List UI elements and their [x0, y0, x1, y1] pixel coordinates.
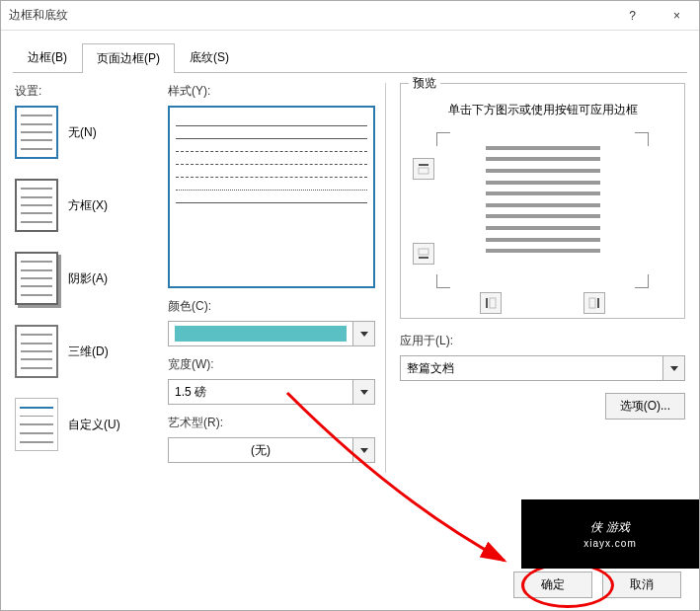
tab-page-borders[interactable]: 页面边框(P) [82, 43, 175, 73]
style-label: 样式(Y): [168, 83, 375, 100]
apply-to-dropdown-button[interactable] [662, 356, 684, 380]
svg-rect-6 [597, 298, 599, 308]
preset-box-icon [15, 179, 58, 232]
style-option[interactable] [176, 164, 367, 165]
style-option[interactable] [176, 190, 367, 191]
preset-custom-icon [15, 398, 58, 451]
watermark-text: 侠 游戏 [590, 519, 629, 536]
preview-canvas [411, 130, 674, 308]
color-combo[interactable] [168, 321, 375, 346]
border-right-toggle[interactable] [583, 292, 605, 314]
svg-rect-3 [419, 249, 428, 255]
ok-button[interactable]: 确定 [513, 572, 592, 598]
style-column: 样式(Y): 颜色(C): 宽度(W) [168, 83, 375, 473]
preset-custom-label: 自定义(U) [68, 417, 120, 433]
apply-to-combo[interactable]: 整篇文档 [400, 355, 685, 381]
preset-box-label: 方框(X) [68, 197, 108, 214]
close-icon: × [673, 9, 680, 23]
close-button[interactable]: × [655, 1, 699, 31]
color-label: 颜色(C): [168, 298, 375, 315]
preset-none[interactable]: 无(N) [15, 106, 158, 159]
svg-rect-1 [419, 168, 428, 174]
art-value: (无) [251, 442, 271, 459]
cancel-button[interactable]: 取消 [602, 572, 681, 598]
color-dropdown-button[interactable] [352, 322, 374, 345]
chevron-down-icon [360, 390, 368, 395]
preset-3d-label: 三维(D) [68, 344, 109, 360]
svg-rect-0 [419, 164, 428, 166]
color-swatch [175, 326, 347, 342]
apply-to-label: 应用于(L): [400, 333, 685, 349]
preview-page[interactable] [474, 130, 612, 268]
apply-to-value: 整篇文档 [407, 360, 454, 377]
style-option[interactable] [176, 151, 367, 152]
dialog-footer: 确定 取消 [513, 572, 681, 598]
svg-rect-2 [419, 257, 428, 259]
corner-marker [436, 132, 450, 146]
preview-fieldset: 预览 单击下方图示或使用按钮可应用边框 [400, 83, 685, 319]
art-label: 艺术型(R): [168, 415, 375, 431]
title-bar: 边框和底纹 ? × [1, 1, 699, 31]
width-value: 1.5 磅 [175, 384, 206, 401]
borders-shading-dialog: 边框和底纹 ? × 边框(B) 页面边框(P) 底纹(S) 设置: 无(N) 方… [0, 0, 700, 611]
corner-marker [436, 274, 450, 288]
options-button[interactable]: 选项(O)... [605, 393, 685, 420]
settings-column: 设置: 无(N) 方框(X) 阴影(A) [15, 83, 158, 473]
width-combo[interactable]: 1.5 磅 [168, 379, 375, 405]
tab-borders[interactable]: 边框(B) [13, 42, 82, 72]
width-label: 宽度(W): [168, 356, 375, 373]
border-bottom-toggle[interactable] [413, 243, 434, 265]
preset-box[interactable]: 方框(X) [15, 179, 158, 232]
preview-column: 预览 单击下方图示或使用按钮可应用边框 [385, 83, 685, 473]
preset-shadow[interactable]: 阴影(A) [15, 252, 158, 305]
art-combo[interactable]: (无) [168, 437, 375, 463]
watermark: 侠 游戏 xiayx.com [521, 499, 699, 569]
dialog-title: 边框和底纹 [9, 7, 610, 24]
tab-strip: 边框(B) 页面边框(P) 底纹(S) [1, 31, 699, 72]
preset-3d[interactable]: 三维(D) [15, 325, 158, 378]
svg-rect-4 [486, 298, 488, 308]
border-left-toggle[interactable] [480, 292, 502, 314]
preset-custom[interactable]: 自定义(U) [15, 398, 158, 451]
svg-rect-7 [589, 298, 595, 308]
help-button[interactable]: ? [610, 1, 655, 31]
border-top-toggle[interactable] [413, 158, 434, 180]
preset-shadow-label: 阴影(A) [68, 270, 108, 287]
chevron-down-icon [670, 366, 678, 371]
style-option[interactable] [176, 202, 367, 203]
style-option[interactable] [176, 177, 367, 178]
corner-marker [635, 274, 649, 288]
tab-shading[interactable]: 底纹(S) [175, 42, 244, 72]
preview-legend: 预览 [409, 75, 440, 92]
style-option[interactable] [176, 125, 367, 126]
help-icon: ? [629, 9, 636, 23]
width-dropdown-button[interactable] [352, 380, 374, 404]
art-dropdown-button[interactable] [352, 438, 374, 462]
svg-rect-5 [490, 298, 496, 308]
chevron-down-icon [360, 332, 368, 337]
line-style-list[interactable] [168, 106, 375, 288]
chevron-down-icon [360, 448, 368, 453]
preset-shadow-icon [15, 252, 58, 305]
style-option[interactable] [176, 138, 367, 139]
preset-3d-icon [15, 325, 58, 378]
corner-marker [635, 132, 649, 146]
watermark-url: xiayx.com [583, 538, 636, 549]
preview-hint: 单击下方图示或使用按钮可应用边框 [411, 102, 674, 118]
preset-none-icon [15, 106, 58, 159]
settings-label: 设置: [15, 83, 158, 100]
preset-none-label: 无(N) [68, 124, 97, 141]
